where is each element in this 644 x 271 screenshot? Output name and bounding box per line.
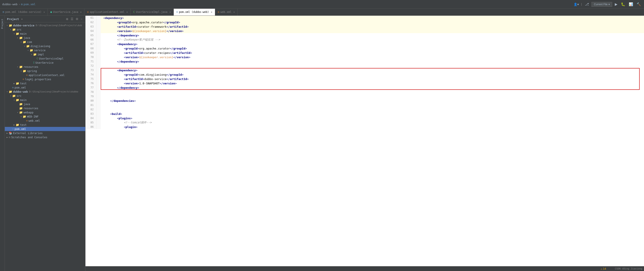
tab-user-impl[interactable]: C UserServiceImpl.java ×	[130, 9, 174, 16]
line-number: 68	[86, 46, 96, 50]
tab-close-pom-web[interactable]: ×	[211, 11, 212, 14]
tree-item-webxml[interactable]: ⚙ web.xml	[5, 118, 85, 123]
editor: 61 <dependency> 62 <groupId>org.apache.c…	[86, 16, 644, 271]
tree-item-userserviceimpl[interactable]: C UserServiceImpl	[5, 56, 85, 60]
tab-web-xml[interactable]: ⚙ web.xml ×	[215, 9, 238, 16]
tab-app-context[interactable]: ⚙ applicationContext.xml ×	[84, 9, 130, 16]
project-panel-tab[interactable]: Project	[0, 18, 4, 30]
line-gutter	[96, 24, 101, 29]
tab-label-pom-web: pom.xml (dubbo-web)	[179, 10, 209, 14]
tabbar: m pom.xml (dubbo-service) × ● UserServic…	[0, 9, 644, 16]
line-row: 78	[86, 90, 644, 94]
line-number: 78	[86, 90, 96, 94]
tree-item-spring[interactable]: ▾ 📁 spring	[5, 69, 85, 73]
sidebar-collapse-btn[interactable]: ☰	[70, 17, 74, 21]
line-row: 61 <dependency>	[86, 16, 644, 20]
tree-item-resources-2[interactable]: 📁 resources	[5, 106, 85, 110]
line-row: 81	[86, 103, 644, 107]
tree-item-service[interactable]: ▾ 📁 service	[5, 48, 85, 52]
tab-icon-user-service: ●	[50, 10, 52, 14]
line-row: 80 </dependencies>	[86, 98, 644, 103]
line-gutter	[96, 81, 101, 86]
profile-button[interactable]: 👤▾	[574, 2, 579, 6]
sidebar-close-btn[interactable]: −	[80, 17, 83, 21]
debug-button[interactable]: 🐛	[620, 2, 626, 7]
sidebar-dropdown-icon: ▾	[21, 18, 23, 21]
line-number: 85	[86, 120, 96, 125]
line-gutter	[96, 38, 101, 42]
line-number: 83	[86, 112, 96, 116]
tab-close-app-context[interactable]: ×	[126, 11, 128, 14]
line-row: 62 <groupId>org.apache.curator</groupId>	[86, 20, 644, 24]
line-row: 84 <plugins>	[86, 116, 644, 120]
tree-item-userservice[interactable]: I UserService	[5, 60, 85, 65]
tree-item-webinf[interactable]: ▾ 📁 WEB-INF	[5, 114, 85, 118]
statusbar: ⚠ 14 CSDN ©Ding Jiaxiong	[86, 266, 644, 271]
tree-item-dingjiaxiong[interactable]: ▾ 📁 dingjiaxiong	[5, 44, 85, 48]
line-number: 61	[86, 16, 96, 20]
profile-run-button[interactable]: 📊	[628, 2, 634, 7]
tree-item-java-1[interactable]: ▾ 📁 java	[5, 36, 85, 40]
left-panel-tabs: Project	[0, 16, 5, 271]
tree-item-appcontext[interactable]: ⚙ applicationContext.xml	[5, 73, 85, 77]
line-row: 70 <version>${zookeeper.version}</versio…	[86, 55, 644, 59]
breadcrumb-project: dubbo-web	[2, 2, 18, 6]
tab-label-app-context: applicationContext.xml	[90, 10, 124, 14]
tab-close-pom-service[interactable]: ×	[44, 11, 45, 14]
tree-item-pom-service[interactable]: m pom.xml	[5, 86, 85, 90]
tree-item-src-2[interactable]: ▾ 📁 src	[5, 94, 85, 98]
tree-item-resources-1[interactable]: ▾ 📁 resources	[5, 65, 85, 69]
sidebar-settings-btn[interactable]: ⚙	[75, 17, 79, 21]
tree-item-src-1[interactable]: ▾ 📁 src	[5, 28, 85, 32]
tree-item-main-2[interactable]: ▾ 📁 main	[5, 98, 85, 102]
line-code	[101, 90, 644, 94]
tree-item-ext-libs[interactable]: ▶ 📚 External Libraries	[5, 131, 85, 135]
tree-item-test-1[interactable]: ▶ 📁 test	[5, 81, 85, 86]
line-gutter	[96, 90, 101, 94]
line-number: 69	[86, 50, 96, 55]
line-number: 63	[86, 24, 96, 29]
tab-icon-app-context: ⚙	[87, 10, 88, 14]
tab-close-user-impl[interactable]: ×	[170, 11, 171, 14]
line-gutter	[96, 86, 101, 90]
line-number: 75	[86, 77, 96, 81]
tree-item-pom-web[interactable]: m pom.xml	[5, 127, 85, 131]
line-gutter	[96, 68, 101, 72]
tab-close-user-service[interactable]: ×	[80, 11, 82, 14]
line-number: 84	[86, 116, 96, 120]
breadcrumb-icon: m	[21, 2, 23, 6]
line-code: <groupId>org.apache.curator</groupId>	[101, 20, 644, 24]
current-file-button[interactable]: Current File ▾	[592, 2, 612, 7]
tree-item-main-1[interactable]: ▾ 📁 main	[5, 32, 85, 36]
line-code: <build>	[101, 112, 644, 116]
run-button[interactable]: ▶	[614, 2, 618, 7]
line-number: 73	[86, 68, 96, 72]
line-code	[101, 107, 644, 112]
line-code: <version>${zookeeper.version}</version>	[101, 29, 644, 33]
line-gutter	[96, 42, 101, 46]
vcs-icon[interactable]: ⎇	[584, 2, 590, 7]
build-button[interactable]: 🔨	[636, 2, 642, 7]
tab-pom-web[interactable]: m pom.xml (dubbo-web) ×	[174, 9, 215, 16]
warning-icon: ⚠	[600, 267, 602, 270]
tree-item-dubbo-service[interactable]: ▾ 📁 dubbo-service D:\DingJiaxiong\IdeaPr…	[5, 23, 85, 28]
sidebar-locate-btn[interactable]: ⊕	[65, 17, 69, 21]
tree-item-com[interactable]: ▾ 📁 com	[5, 40, 85, 44]
tab-label-user-service: UserService.java	[53, 10, 78, 14]
tab-icon-pom-service: m	[2, 10, 4, 14]
tree-item-scratches[interactable]: ▶ ⊙ Scratches and Consoles	[5, 135, 85, 139]
line-gutter	[96, 50, 101, 55]
tree-item-impl[interactable]: ▾ 📁 impl	[5, 52, 85, 56]
tree-item-log4j[interactable]: ≡ log4j.properties	[5, 77, 85, 81]
tab-close-web-xml[interactable]: ×	[234, 11, 235, 14]
tab-user-service[interactable]: ● UserService.java ×	[48, 9, 84, 16]
line-code: <dependency>	[101, 42, 644, 46]
tree-item-webapp[interactable]: ▾ 📁 webapp	[5, 110, 85, 114]
tab-pom-service[interactable]: m pom.xml (dubbo-service) ×	[0, 9, 48, 16]
tree-item-dubbo-web[interactable]: ▾ 📁 dubbo-web D:\DingJiaxiong\IdeaProjec…	[5, 90, 85, 94]
tree-item-test-2[interactable]: ▶ 📁 test	[5, 123, 85, 127]
line-row: 64 <version>${zookeeper.version}</versio…	[86, 29, 644, 33]
tree-item-java-2[interactable]: 📁 java	[5, 102, 85, 106]
editor-content[interactable]: 61 <dependency> 62 <groupId>org.apache.c…	[86, 16, 644, 266]
warning-count: 14	[603, 267, 606, 270]
